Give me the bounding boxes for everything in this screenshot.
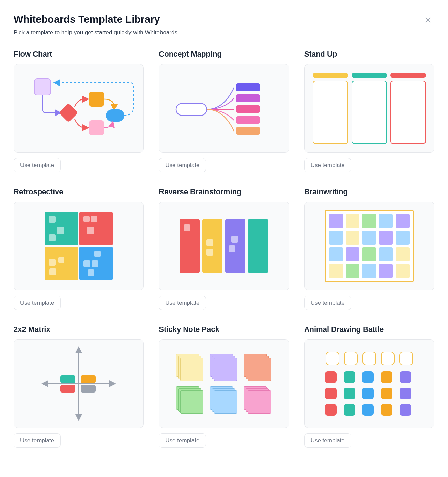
svg-rect-7	[176, 103, 207, 116]
template-preview[interactable]	[159, 339, 289, 428]
template-card-2x2-matrix: 2x2 Matrix Use template	[14, 325, 144, 448]
use-template-button[interactable]: Use template	[159, 158, 206, 172]
close-icon	[424, 16, 432, 24]
svg-rect-6	[89, 120, 104, 135]
use-template-button[interactable]: Use template	[159, 433, 206, 448]
svg-rect-9	[236, 94, 260, 102]
template-preview[interactable]	[304, 64, 434, 153]
template-card-animal-drawing-battle: Animal Drawing Battle Use template	[304, 325, 434, 448]
page-title: Whiteboards Template Library	[14, 14, 160, 25]
template-preview[interactable]	[304, 339, 434, 428]
use-template-button[interactable]: Use template	[304, 433, 351, 448]
retrospective-icon	[45, 212, 113, 280]
template-title: Stand Up	[304, 50, 434, 59]
close-button[interactable]	[421, 14, 434, 27]
template-card-brainwriting: Brainwriting Use template	[304, 187, 434, 310]
svg-rect-5	[106, 109, 124, 122]
matrix-icon	[41, 346, 116, 421]
use-template-button[interactable]: Use template	[14, 158, 61, 172]
template-preview[interactable]	[159, 202, 289, 290]
template-title: 2x2 Matrix	[14, 325, 144, 334]
modal-header: Whiteboards Template Library	[14, 14, 434, 27]
template-title: Animal Drawing Battle	[304, 325, 434, 334]
animal-drawing-icon	[325, 352, 414, 416]
use-template-button[interactable]: Use template	[14, 296, 61, 310]
concept-mapping-icon	[166, 73, 282, 144]
svg-rect-4	[89, 92, 104, 107]
template-card-concept-mapping: Concept Mapping Use template	[159, 50, 289, 172]
template-title: Reverse Brainstorming	[159, 187, 289, 196]
template-card-retrospective: Retrospective Use template	[14, 187, 144, 310]
svg-rect-2	[34, 79, 51, 95]
template-preview[interactable]	[14, 64, 144, 153]
use-template-button[interactable]: Use template	[304, 158, 351, 172]
page-subtitle: Pick a template to help you get started …	[14, 29, 434, 36]
use-template-button[interactable]: Use template	[14, 433, 61, 448]
template-title: Sticky Note Pack	[159, 325, 289, 334]
template-card-sticky-note-pack: Sticky Note Pack Use template	[159, 325, 289, 448]
template-title: Retrospective	[14, 187, 144, 196]
template-grid: Flow Chart	[14, 50, 434, 448]
use-template-button[interactable]: Use template	[159, 296, 206, 310]
brainwriting-icon	[325, 210, 414, 282]
template-title: Brainwriting	[304, 187, 434, 196]
svg-rect-12	[236, 127, 260, 135]
svg-rect-10	[236, 105, 260, 113]
sticky-pack-icon	[176, 354, 272, 414]
flow-chart-icon	[21, 73, 137, 144]
template-preview[interactable]	[304, 202, 434, 290]
template-card-reverse-brainstorming: Reverse Brainstorming Use template	[159, 187, 289, 310]
template-preview[interactable]	[14, 339, 144, 428]
standup-icon	[305, 64, 434, 152]
template-preview[interactable]	[159, 64, 289, 153]
svg-rect-8	[236, 83, 260, 91]
template-preview[interactable]	[14, 202, 144, 290]
template-card-stand-up: Stand Up Use template	[304, 50, 434, 172]
template-card-flow-chart: Flow Chart	[14, 50, 144, 172]
reverse-brainstorming-icon	[180, 219, 268, 273]
template-library-modal: Whiteboards Template Library Pick a temp…	[14, 14, 434, 448]
template-title: Flow Chart	[14, 50, 144, 59]
use-template-button[interactable]: Use template	[304, 296, 351, 310]
template-title: Concept Mapping	[159, 50, 289, 59]
svg-rect-11	[236, 116, 260, 124]
